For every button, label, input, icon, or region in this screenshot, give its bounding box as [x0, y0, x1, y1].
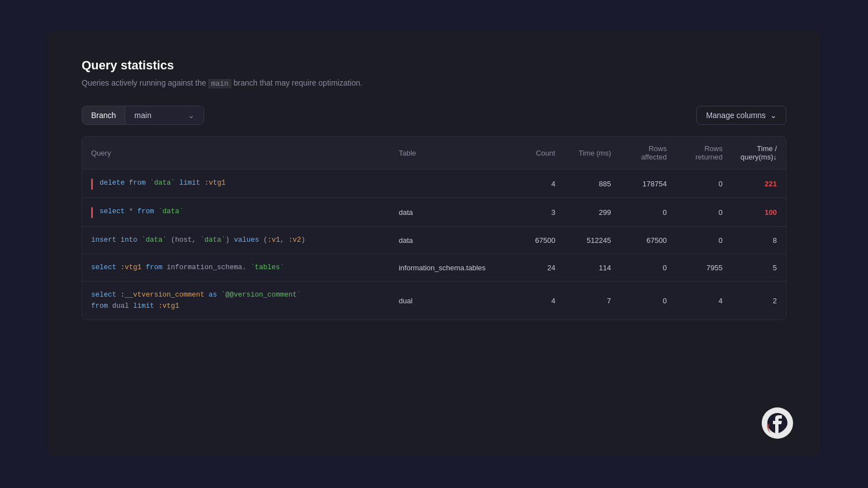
- cell-time-query: 2: [732, 281, 786, 320]
- cell-table: data: [390, 198, 516, 227]
- cell-table: data: [390, 227, 516, 254]
- branch-value: main: [134, 111, 151, 120]
- alert-indicator: [91, 179, 93, 190]
- cell-time-ms: 114: [564, 254, 620, 281]
- cell-query: select :vtg1 from information_schema. `t…: [82, 254, 390, 281]
- table-row[interactable]: select :vtg1 from information_schema. `t…: [82, 254, 786, 281]
- branch-label: Branch: [82, 106, 125, 124]
- cell-time-query: 100: [732, 198, 786, 227]
- cell-count: 3: [516, 198, 564, 227]
- branch-dropdown[interactable]: main ⌄: [125, 106, 204, 124]
- page-subtitle: Queries actively running against the mai…: [82, 78, 786, 88]
- svg-point-0: [762, 407, 793, 439]
- cell-count: 4: [516, 281, 564, 320]
- cell-rows-affected: 0: [620, 254, 676, 281]
- query-cell-content: select * from `data`: [91, 206, 381, 218]
- table-row[interactable]: insert into `data` (host, `data`) values…: [82, 227, 786, 254]
- cell-count: 67500: [516, 227, 564, 254]
- table-header-row: Query Table Count Time (ms) Rows affecte…: [82, 137, 786, 170]
- cell-rows-returned: 7955: [676, 254, 732, 281]
- cell-time-ms: 885: [564, 170, 620, 198]
- col-header-table: Table: [390, 137, 516, 170]
- cell-query: select :__vtversion_comment as `@@versio…: [82, 281, 390, 320]
- main-window: Query statistics Queries actively runnin…: [48, 31, 820, 457]
- cell-rows-affected: 178754: [620, 170, 676, 198]
- chevron-down-icon: ⌄: [770, 111, 777, 120]
- cell-count: 24: [516, 254, 564, 281]
- manage-columns-label: Manage columns: [706, 111, 766, 120]
- toolbar: Branch main ⌄ Manage columns ⌄: [82, 106, 786, 125]
- col-header-count: Count: [516, 137, 564, 170]
- cell-rows-affected: 0: [620, 198, 676, 227]
- subtitle-prefix: Queries actively running against the: [82, 78, 208, 87]
- col-header-time-query[interactable]: Time / query(ms)↓: [732, 137, 786, 170]
- query-text: select :__vtversion_comment as `@@versio…: [91, 289, 301, 312]
- table-body: delete from `data` limit :vtg14885178754…: [82, 170, 786, 320]
- logo-watermark: [762, 407, 793, 439]
- cell-rows-affected: 67500: [620, 227, 676, 254]
- branch-selector[interactable]: Branch main ⌄: [82, 106, 204, 125]
- cell-query: insert into `data` (host, `data`) values…: [82, 227, 390, 254]
- table-row[interactable]: select :__vtversion_comment as `@@versio…: [82, 281, 786, 320]
- cell-rows-returned: 4: [676, 281, 732, 320]
- alert-indicator: [91, 207, 93, 218]
- manage-columns-button[interactable]: Manage columns ⌄: [696, 106, 786, 125]
- query-cell-content: select :__vtversion_comment as `@@versio…: [91, 289, 381, 312]
- cell-rows-returned: 0: [676, 170, 732, 198]
- subtitle-branch: main: [208, 79, 231, 88]
- cell-time-ms: 7: [564, 281, 620, 320]
- col-header-rows-affected: Rows affected: [620, 137, 676, 170]
- cell-query: delete from `data` limit :vtg1: [82, 170, 390, 198]
- cell-rows-affected: 0: [620, 281, 676, 320]
- query-text: delete from `data` limit :vtg1: [100, 177, 225, 189]
- chevron-down-icon: ⌄: [188, 111, 195, 120]
- query-text: select * from `data`: [100, 206, 183, 217]
- cell-time-query: 221: [732, 170, 786, 198]
- page-title: Query statistics: [82, 58, 786, 73]
- cell-time-ms: 299: [564, 198, 620, 227]
- subtitle-suffix: branch that may require optimization.: [232, 78, 362, 87]
- col-header-rows-returned: Rows returned: [676, 137, 732, 170]
- cell-time-ms: 512245: [564, 227, 620, 254]
- query-text: select :vtg1 from information_schema. `t…: [91, 262, 284, 273]
- cell-count: 4: [516, 170, 564, 198]
- high-time-value: 100: [765, 208, 777, 217]
- col-header-time: Time (ms): [564, 137, 620, 170]
- query-cell-content: delete from `data` limit :vtg1: [91, 177, 381, 190]
- query-statistics-table: Query Table Count Time (ms) Rows affecte…: [82, 137, 786, 320]
- query-text: insert into `data` (host, `data`) values…: [91, 234, 305, 246]
- query-table-container: Query Table Count Time (ms) Rows affecte…: [82, 136, 786, 320]
- table-row[interactable]: select * from `data`data329900100: [82, 198, 786, 227]
- query-cell-content: select :vtg1 from information_schema. `t…: [91, 262, 381, 273]
- cell-rows-returned: 0: [676, 198, 732, 227]
- cell-table: information_schema.tables: [390, 254, 516, 281]
- table-row[interactable]: delete from `data` limit :vtg14885178754…: [82, 170, 786, 198]
- col-header-query: Query: [82, 137, 390, 170]
- query-cell-content: insert into `data` (host, `data`) values…: [91, 234, 381, 246]
- cell-time-query: 8: [732, 227, 786, 254]
- high-time-value: 221: [765, 180, 777, 188]
- cell-time-query: 5: [732, 254, 786, 281]
- cell-rows-returned: 0: [676, 227, 732, 254]
- cell-table: dual: [390, 281, 516, 320]
- cell-query: select * from `data`: [82, 198, 390, 227]
- cell-table: [390, 170, 516, 198]
